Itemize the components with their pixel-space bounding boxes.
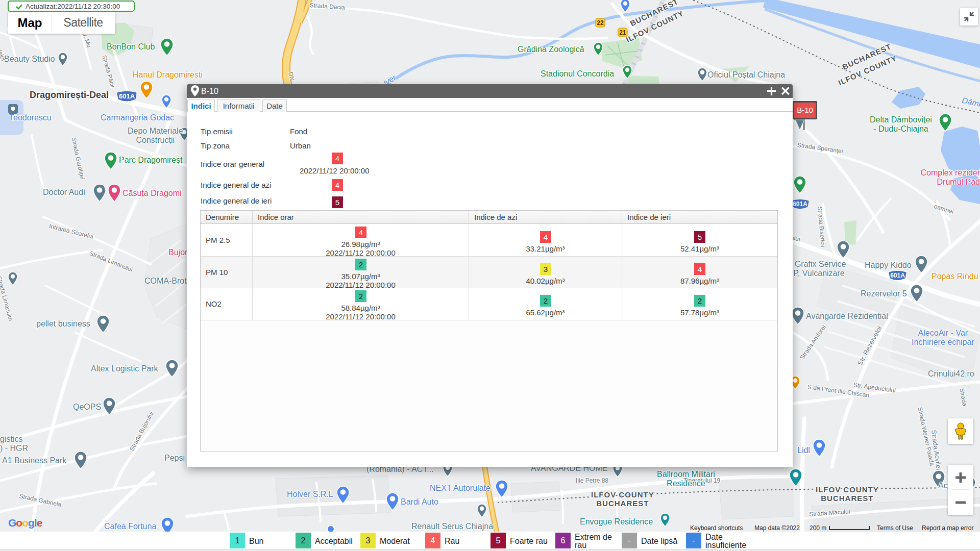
svg-text:601A: 601A xyxy=(890,272,905,279)
svg-text:B-10: B-10 xyxy=(797,106,813,114)
svg-text:601A: 601A xyxy=(119,92,135,100)
svg-text:22: 22 xyxy=(597,19,604,27)
svg-text:21: 21 xyxy=(619,29,626,36)
svg-text:601A: 601A xyxy=(793,201,807,208)
